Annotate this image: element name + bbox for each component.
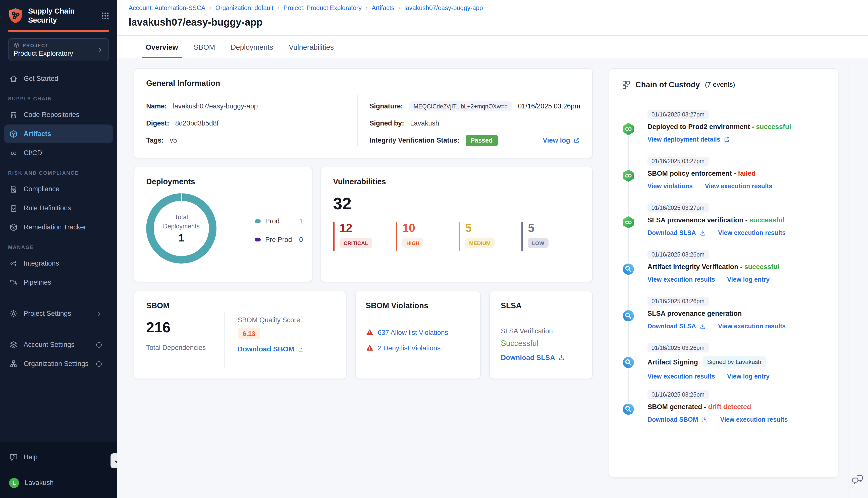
page-title: lavakush07/easy-buggy-app (129, 16, 868, 28)
events-count: (7 events) (705, 81, 735, 88)
tab-bar: OverviewSBOMDeploymentsVulnerabilities (117, 36, 868, 58)
event-link-view-log-entry[interactable]: View log entry (727, 373, 769, 380)
breadcrumb-item-1[interactable]: Organization: default (216, 4, 273, 12)
chevron-right-icon (96, 47, 103, 53)
severity-badge: MEDIUM (465, 238, 494, 248)
help-icon (9, 453, 18, 462)
download-sbom-link[interactable]: Download SBOM (237, 345, 305, 353)
signature-value[interactable]: MEQCICde2VjIT...bL+2+mqnOXw== (409, 101, 513, 111)
event-status: successful (744, 263, 780, 271)
event-link-download-slsa[interactable]: Download SLSA (647, 323, 706, 330)
deployments-legend: Prod1Pre Prod0 (255, 218, 303, 244)
event-title: SLSA provenance verification (647, 217, 743, 224)
tab-vulnerabilities[interactable]: Vulnerabilities (288, 43, 335, 58)
custody-event-2: 01/16/2025 03:27pmSBOM policy enforcemen… (621, 156, 826, 193)
event-link-view-execution-results[interactable]: View execution results (720, 416, 788, 423)
layers-icon (9, 340, 18, 350)
card-title: Deployments (146, 177, 300, 186)
sidebar-item-remediation-tracker[interactable]: Remediation Tracker (4, 218, 113, 237)
hierarchy-icon (621, 80, 631, 89)
sidebar-item-compliance[interactable]: Compliance (4, 180, 113, 198)
sidebar: Supply ChainSecurity PROJECT Produ (0, 0, 117, 498)
module-switcher-icon[interactable] (101, 11, 110, 20)
breadcrumb-item-2[interactable]: Project: Product Exploratory (283, 4, 361, 12)
user-name: Lavakush (25, 479, 54, 486)
project-selector[interactable]: PROJECT Product Exploratory (8, 38, 109, 62)
severity-bar (458, 222, 460, 251)
sidebar-item-label: Integrations (24, 260, 59, 267)
artifact-tags: v5 (170, 136, 177, 144)
event-link-view-violations[interactable]: View violations (647, 183, 693, 190)
event-link-view-log-entry[interactable]: View log entry (727, 276, 769, 283)
download-icon (701, 416, 708, 423)
sidebar-item-ci-cd[interactable]: ∞CI/CD (4, 144, 113, 162)
event-link-view-execution-results[interactable]: View execution results (647, 373, 715, 380)
event-link-view-execution-results[interactable]: View execution results (705, 183, 772, 190)
external-icon (723, 136, 730, 143)
view-log-link[interactable]: View log (543, 136, 580, 144)
breadcrumb-item-4[interactable]: lavakush07/easy-buggy-app (404, 4, 483, 12)
sbom-card: SBOM 216 Total Dependencies SBOM Quality… (134, 291, 347, 379)
download-icon (699, 323, 706, 330)
sidebar-collapse-handle[interactable]: ◀ (111, 453, 117, 468)
event-link-view-execution-results[interactable]: View execution results (718, 230, 786, 236)
sidebar-item-project-settings[interactable]: Project Settings (4, 304, 113, 323)
legend-item-pre-prod[interactable]: Pre Prod0 (255, 236, 303, 244)
tab-sbom[interactable]: SBOM (193, 43, 216, 58)
nav-section-supply-chain: SUPPLY CHAIN (8, 96, 109, 102)
user-menu[interactable]: LLavakush (4, 473, 113, 492)
card-title: General Information (146, 79, 580, 88)
event-links: Download SLSAView execution results (647, 323, 826, 330)
sidebar-item-label: Organization Settings (24, 360, 88, 368)
legend-item-prod[interactable]: Prod1 (255, 218, 303, 225)
sidebar-item-artifacts[interactable]: Artifacts (4, 125, 113, 143)
sidebar-bottom: HelpLLavakush (0, 442, 117, 498)
event-links: View violationsView execution results (647, 183, 826, 190)
breadcrumb-item-3[interactable]: Artifacts (372, 4, 394, 12)
event-link-view-deployment-details[interactable]: View deployment details (647, 136, 730, 143)
sidebar-item-code-repositories[interactable]: Code Repositories (4, 106, 113, 124)
sidebar-item-organization-settings[interactable]: Organization Settings (4, 355, 113, 373)
event-links: View execution resultsView log entry (647, 276, 826, 283)
vulnerabilities-card: Vulnerabilities 32 12CRITICAL10HIGH5MEDI… (321, 167, 593, 282)
divider (8, 329, 109, 330)
scs-module-icon (621, 309, 635, 323)
slsa-verification-status: Successful (501, 339, 581, 348)
sidebar-item-get-started[interactable]: Get Started (4, 69, 113, 88)
sidebar-item-rule-definitions[interactable]: Rule Definitions (4, 199, 113, 218)
severity-count: 5 (528, 222, 548, 234)
breadcrumb: Account: Automation-SSCA›Organization: d… (129, 4, 868, 12)
deployments-card: Deployments TotalDeployments 1 Prod1Pre … (134, 167, 312, 282)
support-chat-icon[interactable] (852, 473, 865, 486)
breadcrumb-item-0[interactable]: Account: Automation-SSCA (129, 4, 205, 12)
pipelines-icon (9, 278, 18, 287)
legend-label: Prod (265, 218, 280, 225)
sbom-quality-score-value: 6.13 (237, 328, 260, 339)
event-link-view-execution-results[interactable]: View execution results (718, 323, 786, 330)
event-link-view-execution-results[interactable]: View execution results (647, 276, 715, 283)
sidebar-item-integrations[interactable]: Integrations (4, 254, 113, 273)
warning-icon (366, 328, 374, 336)
violation-link[interactable]: 2 Deny list Violations (378, 344, 441, 352)
deployments-donut-chart: TotalDeployments 1 (146, 193, 217, 264)
download-slsa-link[interactable]: Download SLSA (501, 353, 565, 362)
sidebar-item-pipelines[interactable]: Pipelines (4, 273, 113, 292)
event-link-download-slsa[interactable]: Download SLSA (647, 230, 706, 236)
severity-medium: 5MEDIUM (458, 222, 509, 251)
sidebar-item-help[interactable]: Help (4, 448, 113, 467)
tags-label: Tags: (146, 136, 164, 144)
sidebar-item-label: Compliance (24, 185, 60, 193)
violation-link[interactable]: 637 Allow list Violations (378, 329, 448, 336)
infinity-icon: ∞ (9, 148, 18, 158)
event-link-download-sbom[interactable]: Download SBOM (647, 416, 708, 423)
integrity-status-badge: Passed (466, 135, 498, 146)
tab-overview[interactable]: Overview (145, 43, 179, 58)
main-content: Account: Automation-SSCA›Organization: d… (117, 0, 868, 498)
legend-value: 1 (299, 218, 303, 225)
breadcrumb-separator: › (398, 4, 400, 12)
sidebar-item-account-settings[interactable]: Account Settings (4, 336, 113, 354)
event-timestamp: 01/16/2025 03:26pm (647, 297, 709, 306)
tab-deployments[interactable]: Deployments (230, 43, 274, 58)
chevron-right-icon (95, 310, 103, 317)
general-information-card: General Information Name: lavakush07/eas… (134, 68, 593, 158)
